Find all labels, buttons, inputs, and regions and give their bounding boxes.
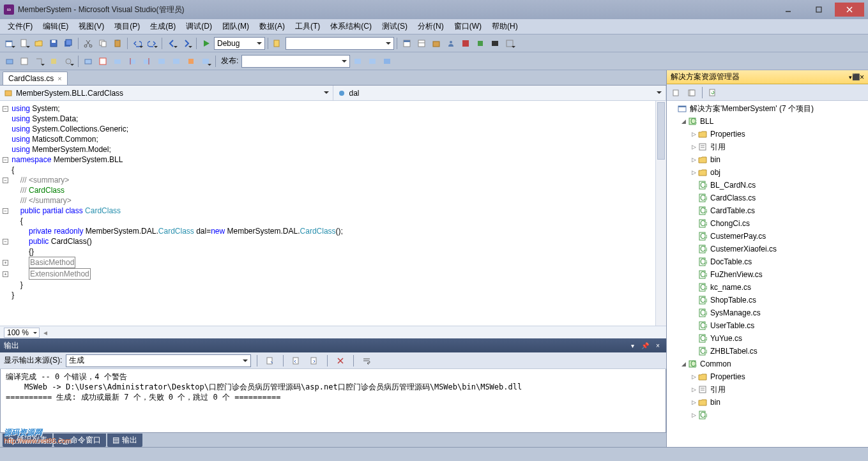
bottom-tab-2[interactable]: ▤输出 xyxy=(107,434,142,447)
tree-bll-obj[interactable]: ▷obj xyxy=(667,166,868,179)
launch-select[interactable] xyxy=(241,55,350,68)
tb2-btn2[interactable] xyxy=(17,54,31,68)
output-source-select[interactable]: 生成 xyxy=(66,354,251,367)
find-select[interactable] xyxy=(286,37,394,50)
tb2-btn12[interactable] xyxy=(169,54,183,68)
bottom-tab-0[interactable]: ⊘错误列表 xyxy=(3,434,52,447)
menu-编辑(E)[interactable]: 编辑(E) xyxy=(38,20,73,33)
tree-bll-bin[interactable]: ▷bin xyxy=(667,153,868,166)
tree-file-ZHBLTabel.cs[interactable]: C#ZHBLTabel.cs xyxy=(667,345,868,358)
sol-home-button[interactable] xyxy=(685,86,699,100)
tree-file-FuZhenView.cs[interactable]: C#FuZhenView.cs xyxy=(667,268,868,281)
properties-button[interactable] xyxy=(415,36,429,50)
more-windows-button[interactable] xyxy=(503,36,517,50)
new-project-button[interactable] xyxy=(3,36,17,50)
output-goto-button[interactable] xyxy=(263,354,277,368)
output-clear-button[interactable] xyxy=(333,354,347,368)
undo-button[interactable] xyxy=(130,36,144,50)
cut-button[interactable] xyxy=(81,36,95,50)
menu-文件(F)[interactable]: 文件(F) xyxy=(3,20,38,33)
solution-tree[interactable]: 解决方案'MemberSystem' (7 个项目)◢C#BLL▷Propert… xyxy=(667,101,868,447)
tree-bll-引用[interactable]: ▷引用 xyxy=(667,140,868,153)
panel-pin-icon[interactable]: ⬛ xyxy=(852,73,860,80)
sol-refresh-button[interactable] xyxy=(706,86,720,100)
close-tab-icon[interactable]: × xyxy=(57,75,61,82)
tree-file-ShopTable.cs[interactable]: C#ShopTable.cs xyxy=(667,294,868,306)
tree-file-CustemerXiaofei.cs[interactable]: C#CustemerXiaofei.cs xyxy=(667,243,868,255)
tree-bll[interactable]: ◢C#BLL xyxy=(667,115,868,128)
tree-common-Properties[interactable]: ▷Properties xyxy=(667,370,868,383)
tb2-btn8[interactable] xyxy=(110,54,125,68)
tree-file-kc_name.cs[interactable]: C#kc_name.cs xyxy=(667,281,868,294)
file-tab-cardclass[interactable]: CardClass.cs × xyxy=(3,72,68,85)
tb2-btn1[interactable] xyxy=(3,54,17,68)
launch-btn3[interactable] xyxy=(380,54,394,68)
copy-button[interactable] xyxy=(96,36,110,50)
class-dropdown[interactable]: MemberSystem.BLL.CardClass xyxy=(0,86,333,100)
command-window-button[interactable] xyxy=(488,36,502,50)
code-editor[interactable]: − using System; using System.Data; using… xyxy=(0,101,666,326)
tree-file-CardTable.cs[interactable]: C#CardTable.cs xyxy=(667,204,868,217)
panel-close-icon[interactable]: × xyxy=(860,73,864,82)
tree-file-UserTable.cs[interactable]: C#UserTable.cs xyxy=(667,319,868,332)
extension-button[interactable] xyxy=(473,36,487,50)
tb2-btn7[interactable] xyxy=(96,54,110,68)
tb2-btn6[interactable] xyxy=(81,54,95,68)
tb2-btn4[interactable] xyxy=(47,54,61,68)
sol-back-button[interactable] xyxy=(669,86,683,100)
menu-体系结构(C)[interactable]: 体系结构(C) xyxy=(325,20,377,33)
save-all-button[interactable] xyxy=(61,36,75,50)
tree-common-引用[interactable]: ▷引用 xyxy=(667,383,868,396)
nav-fwd-button[interactable] xyxy=(179,36,194,50)
member-dropdown[interactable]: dal xyxy=(333,86,667,100)
menu-团队(M)[interactable]: 团队(M) xyxy=(217,20,254,33)
bottom-tab-1[interactable]: >_命令窗口 xyxy=(54,434,106,447)
minimize-button[interactable] xyxy=(773,3,803,17)
tree-file-YuYue.cs[interactable]: C#YuYue.cs xyxy=(667,332,868,345)
menu-窗口(W)[interactable]: 窗口(W) xyxy=(449,20,487,33)
find-in-files-button[interactable] xyxy=(271,36,285,50)
output-wrap-button[interactable] xyxy=(360,354,374,368)
menu-调试(D)[interactable]: 调试(D) xyxy=(181,20,217,33)
tree-file-CustemerPay.cs[interactable]: C#CustemerPay.cs xyxy=(667,230,868,243)
launch-btn1[interactable] xyxy=(351,54,365,68)
output-prev-button[interactable] xyxy=(289,354,303,368)
menu-生成(B)[interactable]: 生成(B) xyxy=(145,20,181,33)
menu-测试(S)[interactable]: 测试(S) xyxy=(377,20,413,33)
nav-back-button[interactable] xyxy=(165,36,179,50)
tree-common-bin[interactable]: ▷bin xyxy=(667,396,868,409)
close-button[interactable] xyxy=(835,3,864,17)
tree-common[interactable]: ◢C#Common xyxy=(667,358,868,370)
tree-file-ChongCi.cs[interactable]: C#ChongCi.cs xyxy=(667,217,868,230)
menu-帮助(H)[interactable]: 帮助(H) xyxy=(487,20,523,33)
tb2-btn14[interactable] xyxy=(199,54,213,68)
tree-solution[interactable]: 解决方案'MemberSystem' (7 个项目) xyxy=(667,102,868,115)
tb2-btn5[interactable] xyxy=(61,54,75,68)
config-select[interactable]: Debug xyxy=(214,37,265,50)
launch-btn2[interactable] xyxy=(365,54,379,68)
output-dropdown-icon[interactable]: ▾ xyxy=(628,341,637,350)
start-button[interactable] xyxy=(199,36,213,50)
save-button[interactable] xyxy=(47,36,61,50)
tb2-btn3[interactable] xyxy=(32,54,46,68)
tree-file-CardClass.cs[interactable]: C#CardClass.cs xyxy=(667,192,868,204)
menu-视图(V)[interactable]: 视图(V) xyxy=(73,20,109,33)
redo-button[interactable] xyxy=(145,36,159,50)
menu-工具(T)[interactable]: 工具(T) xyxy=(290,20,325,33)
tree-file-BL_CardN.cs[interactable]: C#BL_CardN.cs xyxy=(667,179,868,192)
team-explorer-button[interactable] xyxy=(444,36,458,50)
output-close-icon[interactable]: × xyxy=(653,341,662,350)
zoom-select[interactable]: 100 % xyxy=(4,328,40,338)
tb2-btn9[interactable] xyxy=(125,54,139,68)
tb2-btn11[interactable] xyxy=(155,54,169,68)
tree-file-SysManage.cs[interactable]: C#SysManage.cs xyxy=(667,306,868,319)
menu-项目(P)[interactable]: 项目(P) xyxy=(109,20,145,33)
maximize-button[interactable] xyxy=(804,3,834,17)
toolbox-button[interactable] xyxy=(429,36,443,50)
paste-button[interactable] xyxy=(110,36,125,50)
output-pin-icon[interactable]: 📌 xyxy=(641,341,650,350)
tree-file-DocTable.cs[interactable]: C#DocTable.cs xyxy=(667,255,868,268)
add-item-button[interactable] xyxy=(17,36,31,50)
editor-scrollbar[interactable] xyxy=(655,101,666,326)
start-page-button[interactable] xyxy=(459,36,473,50)
